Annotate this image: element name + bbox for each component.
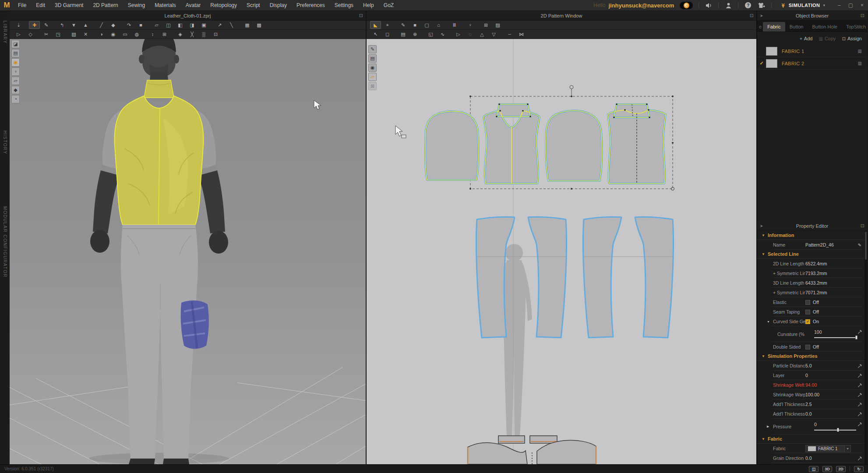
show-info-button[interactable]: ◉	[368, 64, 377, 72]
tab-button-hole[interactable]: Button Hole	[808, 22, 842, 32]
dart-button[interactable]: ⌂	[433, 21, 444, 29]
property-double-sided[interactable]: Double SidedOff	[757, 342, 864, 352]
transform-pattern-button[interactable]: ◣	[370, 21, 381, 29]
measure-rect-button[interactable]: ▭	[120, 30, 131, 38]
section-fabric[interactable]: ▼Fabric	[757, 434, 864, 444]
arrangement-points-button[interactable]: ◫	[163, 21, 174, 29]
sewing-box-button[interactable]: ◳	[53, 30, 64, 38]
slider-handle[interactable]	[837, 428, 839, 432]
show-avatar-silhouette-button[interactable]: ♀	[465, 21, 476, 29]
tab-topstitch[interactable]: TopStitch	[842, 22, 868, 32]
menu-avatar-item[interactable]: Avatar	[181, 0, 205, 11]
property-layer[interactable]: Layer0	[757, 371, 864, 380]
remove-pin-button[interactable]: ✕	[80, 30, 91, 38]
measure-round-button[interactable]: ◍	[131, 30, 142, 38]
property-curvature[interactable]: Curvature (%100	[757, 326, 864, 342]
cloud-badge-icon[interactable]: C	[680, 2, 693, 9]
add-grid-button[interactable]: ⊞	[159, 30, 170, 38]
fabric-dropdown[interactable]: FABRIC 1▾	[805, 445, 851, 452]
menu-file-item[interactable]: File	[13, 0, 31, 11]
fabric-item[interactable]: FABRIC 1▥	[757, 45, 867, 57]
compare-button[interactable]: ⋈	[516, 30, 527, 38]
fold-arrangement-button[interactable]: ↰	[56, 21, 67, 29]
menu-3d-garment-item[interactable]: 3D Garment	[50, 0, 88, 11]
fold-garment-button[interactable]: ■	[135, 21, 146, 29]
menu-2d-pattern-item[interactable]: 2D Pattern	[88, 0, 123, 11]
add-point-button[interactable]: ■	[409, 21, 420, 29]
waistband-pattern-pieces[interactable]	[468, 436, 596, 464]
edit-pencil-icon[interactable]: ✎	[858, 243, 861, 247]
rail-tab-history[interactable]: HISTORY	[3, 131, 7, 155]
expand-panel-icon[interactable]: ⊡	[861, 223, 864, 229]
menu-sewing-item[interactable]: Sewing	[123, 0, 150, 11]
steam-brush-button[interactable]: ▧	[68, 30, 79, 38]
free-sewing-button[interactable]: ◆	[108, 21, 119, 29]
section-selected-line[interactable]: ▼Selected Line	[757, 250, 864, 259]
restore-button[interactable]: ▢	[848, 2, 853, 8]
texture-grid-button[interactable]: ▩	[254, 21, 265, 29]
property-add-l-thickness-render[interactable]: Add'l Thickness - Render0.0	[757, 409, 864, 419]
curvature-slider[interactable]	[814, 335, 858, 339]
checkbox-unchecked-icon[interactable]	[805, 345, 810, 349]
select-move-button[interactable]: ✚	[29, 21, 40, 29]
menu-display-item[interactable]: Display	[265, 0, 292, 11]
edit-sewing-button[interactable]: ↷	[123, 21, 134, 29]
menu-goz-item[interactable]: GoZ	[379, 0, 399, 11]
add-notch-button[interactable]: ⊕	[409, 30, 420, 38]
flip-down-button[interactable]: ▽	[488, 30, 499, 38]
section-information[interactable]: ▼Information	[757, 231, 864, 240]
height-measure-button[interactable]: ↕	[147, 30, 158, 38]
pressure-slider[interactable]	[814, 428, 858, 432]
grid-snap-button[interactable]: ⊞	[480, 21, 491, 29]
simulation-settings-button[interactable]: ◉	[11, 58, 20, 67]
export-garment-button[interactable]: ▱	[151, 21, 162, 29]
3d-viewport-canvas[interactable]: ◪▤◉♀▱◆◔	[10, 39, 366, 464]
pin-box-button[interactable]: ◇	[25, 30, 36, 38]
checkbox-checked-icon[interactable]: ✓	[805, 319, 810, 324]
tab-fabric[interactable]: Fabric	[763, 22, 785, 32]
property-grain-direction[interactable]: Grain Direction0.0	[757, 453, 864, 463]
shrink-button[interactable]: ◌	[465, 30, 476, 38]
polygon-button[interactable]: ▢	[421, 21, 432, 29]
scrollbar-thumb[interactable]	[865, 232, 867, 260]
menu-preferences-item[interactable]: Preferences	[292, 0, 330, 11]
split-view-button[interactable]: ◫	[809, 466, 819, 472]
menu-retopology-item[interactable]: Retopology	[205, 0, 242, 11]
morph-button[interactable]: ◉	[108, 30, 119, 38]
section-bond-skive[interactable]: ▶Bond/Skive	[757, 463, 864, 464]
shirt-pattern-pieces[interactable]	[425, 103, 666, 184]
pleats-button[interactable]: Ⅲ	[449, 21, 460, 29]
pin-icon[interactable]: ➤	[760, 224, 763, 228]
show-grid-button[interactable]: ▦	[242, 21, 253, 29]
fabric-type-icon[interactable]: ▥	[858, 49, 867, 53]
property-shrinkage-weft[interactable]: Shrinkage Weft (%94.00	[757, 380, 864, 390]
tack-button[interactable]: ◱	[425, 30, 436, 38]
slider-handle[interactable]	[855, 335, 857, 339]
assign-button[interactable]: ⊡Assign	[842, 36, 862, 41]
unfold-grid-button[interactable]: ▨	[492, 21, 503, 29]
render-style-button[interactable]: ◪	[11, 40, 20, 48]
menu-script-item[interactable]: Script	[242, 0, 265, 11]
view-2d-button[interactable]: 2D	[836, 466, 846, 472]
pin-icon[interactable]: ➤	[760, 14, 763, 18]
property-symmetric-line-le[interactable]: + Symmetric Line Le7193.2mm	[757, 268, 864, 278]
show-garment-button[interactable]: ▤	[11, 49, 20, 57]
select-mesh-button[interactable]: ✎	[41, 21, 52, 29]
elastic-band-button[interactable]: ∿	[437, 30, 448, 38]
rail-tab-library[interactable]: LIBRARY	[3, 21, 7, 44]
show-pattern-button[interactable]: ◆	[11, 86, 20, 94]
avatar-size-button[interactable]: ◨	[187, 21, 198, 29]
checkbox-unchecked-icon[interactable]	[805, 310, 810, 314]
solidify-button[interactable]: ◑	[96, 30, 107, 38]
property-elastic[interactable]: ElasticOff	[757, 297, 864, 307]
menu-edit-item[interactable]: Edit	[31, 0, 50, 11]
property-fabric[interactable]: FabricFABRIC 1▾	[757, 444, 864, 453]
seam-allowance-button[interactable]: ▤	[398, 30, 409, 38]
property-shrinkage-warp[interactable]: Shrinkage Warp (%100.00	[757, 390, 864, 399]
simulation-mode-select[interactable]: ≫ SIMULATION ▾	[777, 3, 829, 8]
menu-help-item[interactable]: Help	[358, 0, 379, 11]
pattern-canvas[interactable]: ✎▤◉▱⊠	[367, 39, 756, 464]
drag-garment-button[interactable]: ▼	[68, 21, 79, 29]
show-stitches-button[interactable]: ✎	[368, 45, 377, 53]
edit-pattern-button[interactable]: ⌖	[382, 21, 393, 29]
